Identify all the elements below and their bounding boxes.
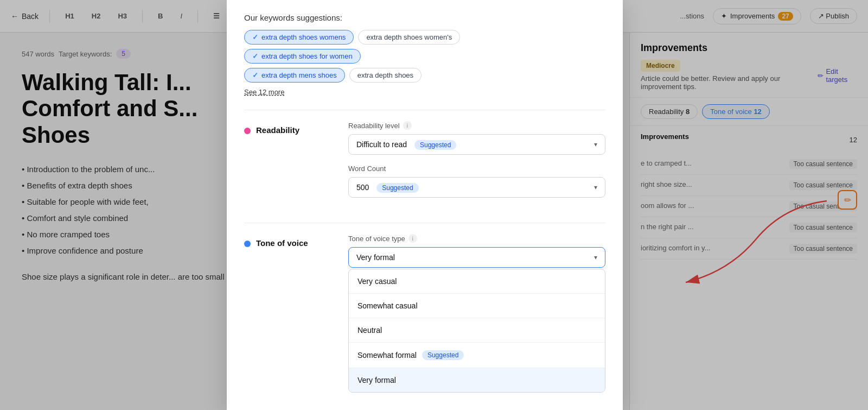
keyword-tag-2[interactable]: ✓ extra depth shoes for women — [244, 49, 361, 64]
keyword-tag-4[interactable]: extra depth shoes — [349, 68, 422, 83]
readability-level-select[interactable]: Difficult to read Suggested ▾ — [348, 134, 605, 155]
chevron-down-icon: ▾ — [594, 254, 597, 261]
tone-label-col: Tone of voice — [244, 234, 331, 402]
keywords-section: Our keywords suggestions: ✓ extra depth … — [244, 13, 605, 97]
keywords-row2: ✓ extra depth shoes for women — [244, 49, 605, 64]
dropdown-item-very-formal[interactable]: Very formal — [349, 368, 605, 392]
readability-label-col: Readability — [244, 121, 331, 207]
readability-level-text: Readability level — [348, 122, 400, 130]
keyword-tag-1[interactable]: extra depth shoes women's — [358, 30, 460, 45]
option-label: Somewhat casual — [358, 301, 418, 310]
word-count-select[interactable]: 500 Suggested ▾ — [348, 177, 605, 198]
keyword-label: extra depth shoes — [358, 71, 413, 79]
suggested-badge: Suggested — [422, 350, 464, 360]
readability-level-group: Readability level i Difficult to read Su… — [348, 121, 605, 155]
keyword-tag-3[interactable]: ✓ extra depth mens shoes — [244, 68, 345, 83]
readability-dot — [244, 128, 251, 134]
dropdown-item-neutral[interactable]: Neutral — [349, 318, 605, 343]
option-label: Somewhat formal — [358, 351, 417, 359]
keyword-label: extra depth shoes women's — [366, 33, 452, 41]
keyword-label: extra depth shoes womens — [261, 33, 346, 41]
keywords-row: ✓ extra depth shoes womens extra depth s… — [244, 30, 605, 45]
keyword-label: extra depth shoes for women — [261, 52, 353, 60]
modal: Our keywords suggestions: ✓ extra depth … — [227, 0, 623, 410]
option-label: Very casual — [358, 277, 397, 286]
chevron-down-icon: ▾ — [594, 184, 597, 191]
readability-info-icon: i — [403, 121, 412, 130]
tone-type-select[interactable]: Very formal ▾ — [348, 247, 605, 268]
readability-fields: Readability level i Difficult to read Su… — [348, 121, 605, 207]
readability-suggested-badge: Suggested — [414, 140, 456, 150]
chevron-down-icon: ▾ — [594, 141, 597, 148]
option-label: Very formal — [358, 376, 396, 384]
word-count-field-label: Word Count — [348, 165, 605, 173]
tone-label: Tone of voice — [256, 238, 308, 248]
keyword-label: extra depth mens shoes — [261, 71, 337, 79]
readability-value: Difficult to read Suggested — [356, 140, 456, 149]
option-label: Neutral — [358, 326, 382, 335]
tone-dropdown-list: Very casual Somewhat casual Neutral Some… — [348, 269, 605, 393]
modal-inner: Our keywords suggestions: ✓ extra depth … — [227, 0, 623, 410]
tone-dot — [244, 241, 251, 247]
dropdown-item-somewhat-formal[interactable]: Somewhat formal Suggested — [349, 343, 605, 368]
tone-type-label: Tone of voice type i — [348, 234, 605, 243]
word-count-value: 500 Suggested — [356, 183, 419, 192]
tone-info-icon: i — [409, 234, 417, 243]
readability-label: Readability — [256, 125, 299, 135]
word-count-group: Word Count 500 Suggested ▾ — [348, 165, 605, 198]
dropdown-item-very-casual[interactable]: Very casual — [349, 269, 605, 294]
readability-section: Readability Readability level i Difficul… — [244, 121, 605, 207]
tone-fields: Tone of voice type i Very formal ▾ Very … — [348, 234, 605, 402]
check-icon: ✓ — [252, 52, 258, 60]
keywords-row3: ✓ extra depth mens shoes extra depth sho… — [244, 68, 605, 83]
keyword-tag-0[interactable]: ✓ extra depth shoes womens — [244, 30, 354, 45]
tone-selected-value: Very formal — [356, 253, 395, 262]
tone-type-group: Tone of voice type i Very formal ▾ Very … — [348, 234, 605, 393]
see-more-link[interactable]: See 12 more — [244, 88, 284, 96]
check-icon: ✓ — [252, 71, 258, 79]
dropdown-item-somewhat-casual[interactable]: Somewhat casual — [349, 294, 605, 318]
tone-section: Tone of voice Tone of voice type i Very … — [244, 234, 605, 402]
check-icon: ✓ — [252, 33, 258, 41]
readability-level-label: Readability level i — [348, 121, 605, 130]
word-count-suggested-badge: Suggested — [376, 183, 418, 193]
keywords-header: Our keywords suggestions: — [244, 13, 605, 22]
